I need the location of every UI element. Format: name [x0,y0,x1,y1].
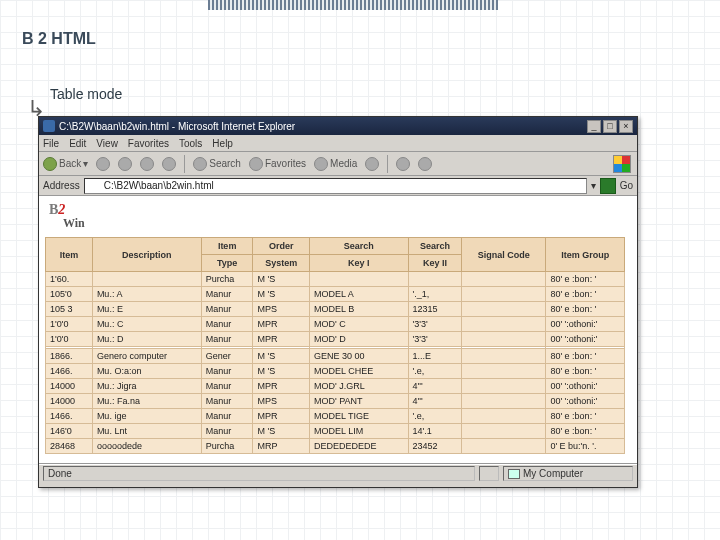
col-description: Description [92,238,201,272]
table-row[interactable]: 1466.Mu. igeManurMPRMODEL TIGE'.e,80' e … [46,409,625,424]
table-row[interactable]: 1'60.PurchaM 'S80' e :bon: ' [46,272,625,287]
forward-button[interactable] [96,157,110,171]
table-row[interactable]: 14000Mu.: JigraManurMPRMOD' J.GRL4'''00'… [46,379,625,394]
menu-favorites[interactable]: Favorites [128,138,169,149]
cell-k1 [310,272,409,287]
cell-k1: DEDEDEDEDE [310,439,409,454]
menu-file[interactable]: File [43,138,59,149]
cell-desc: Mu.: D [92,332,201,347]
cell-k1: GENE 30 00 [310,349,409,364]
address-value: C:\B2W\baan\b2win.html [104,180,214,191]
cell-k2: 23452 [408,439,462,454]
cell-item: 14000 [46,394,93,409]
cell-sig [462,394,546,409]
table-row[interactable]: 105 3Mu.: EManurMPSMODEL B1231580' e :bo… [46,302,625,317]
back-button[interactable]: Back ▾ [43,157,88,171]
cell-order: M 'S [253,364,310,379]
cell-k1: MOD' PANT [310,394,409,409]
cell-desc: ooooodede [92,439,201,454]
menu-help[interactable]: Help [212,138,233,149]
favorites-icon [249,157,263,171]
cell-grp: 80' e :bon: ' [546,287,625,302]
cell-k2 [408,272,462,287]
status-right: My Computer [503,466,633,481]
menu-view[interactable]: View [96,138,118,149]
status-left: Done [43,466,475,481]
col-item: Item [46,238,93,272]
menu-tools[interactable]: Tools [179,138,202,149]
table-row[interactable]: 1466.Mu. O:a:onManurM 'SMODEL CHEE'.e,80… [46,364,625,379]
favorites-label: Favorites [265,158,306,169]
cell-k2: '3'3' [408,332,462,347]
home-button[interactable] [162,157,176,171]
logo-two: 2 [58,202,65,217]
search-button[interactable]: Search [193,157,241,171]
col-search-key2-2: Key II [408,255,462,272]
go-button[interactable] [600,178,616,194]
toolbar-separator [184,155,185,173]
cell-item: 1466. [46,409,93,424]
table-header: Item Description Item Order Search Searc… [46,238,625,272]
media-label: Media [330,158,357,169]
dropdown-icon[interactable]: ▾ [591,180,596,191]
computer-icon [508,469,520,479]
cell-item: 105'0 [46,287,93,302]
titlebar[interactable]: C:\B2W\baan\b2win.html - Microsoft Inter… [39,117,637,135]
cell-order: MPR [253,379,310,394]
cell-grp: 80' e :bon: ' [546,364,625,379]
address-bar: Address C:\B2W\baan\b2win.html ▾ Go [39,176,637,196]
cell-desc: Mu. O:a:on [92,364,201,379]
cell-grp: 80' e :bon: ' [546,409,625,424]
table-row[interactable]: 14000Mu.: Fa.naManurMPSMOD' PANT4'''00' … [46,394,625,409]
print-button[interactable] [418,157,432,171]
cell-order: M 'S [253,287,310,302]
cell-desc: Mu. ige [92,409,201,424]
close-button[interactable]: × [619,120,633,133]
cell-sig [462,317,546,332]
menu-edit[interactable]: Edit [69,138,86,149]
cell-k2: '.e, [408,409,462,424]
stop-button[interactable] [118,157,132,171]
table-row[interactable]: 28468ooooodedePurchaMRPDEDEDEDEDE234520'… [46,439,625,454]
chevron-down-icon: ▾ [83,158,88,169]
cell-k2: 4''' [408,379,462,394]
cell-sig [462,424,546,439]
table-row[interactable]: 105'0Mu.: AManurM 'SMODEL A'._1,80' e :b… [46,287,625,302]
refresh-button[interactable] [140,157,154,171]
cell-item: 28468 [46,439,93,454]
table-row[interactable]: 146'0Mu. LntManurM 'SMODEL LIM14'.180' e… [46,424,625,439]
cell-sig [462,287,546,302]
table-row[interactable]: 1'0'0Mu.: CManurMPRMOD' C'3'3'00' ':otho… [46,317,625,332]
col-search-key1-1: Search [310,238,409,255]
cell-k1: MODEL TIGE [310,409,409,424]
cell-desc: Mu.: A [92,287,201,302]
cell-sig [462,302,546,317]
cell-grp: 80' e :bon: ' [546,272,625,287]
menubar: File Edit View Favorites Tools Help [39,135,637,152]
cell-order: MPR [253,332,310,347]
decorative-stripe [208,0,498,10]
table-row[interactable]: 1'0'0Mu.: DManurMPRMOD' D'3'3'00' ':otho… [46,332,625,347]
go-label: Go [620,180,633,191]
minimize-button[interactable]: _ [587,120,601,133]
cell-k2: '._1, [408,287,462,302]
cell-type: Manur [201,302,253,317]
cell-desc: Mu.: Fa.na [92,394,201,409]
history-button[interactable] [365,157,379,171]
mail-button[interactable] [396,157,410,171]
table-body: 1'60.PurchaM 'S80' e :bon: '105'0Mu.: AM… [46,272,625,454]
cell-order: MPS [253,394,310,409]
cell-type: Manur [201,317,253,332]
table-row[interactable]: 1866.Genero computerGenerM 'SGENE 30 001… [46,349,625,364]
media-button[interactable]: Media [314,157,357,171]
address-input[interactable]: C:\B2W\baan\b2win.html [84,178,587,194]
favorites-button[interactable]: Favorites [249,157,306,171]
cell-item: 105 3 [46,302,93,317]
cell-k1: MODEL LIM [310,424,409,439]
toolbar-separator [387,155,388,173]
col-search-key1-2: Key I [310,255,409,272]
cell-grp: 00' ':othoni:' [546,394,625,409]
cell-k1: MOD' J.GRL [310,379,409,394]
cell-order: MPR [253,317,310,332]
maximize-button[interactable]: □ [603,120,617,133]
